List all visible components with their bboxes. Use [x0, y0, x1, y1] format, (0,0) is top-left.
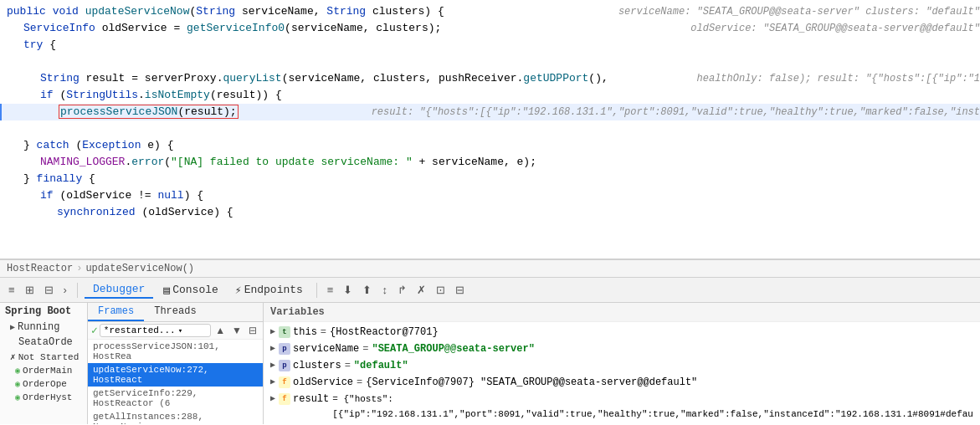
var-row-clusters: ▶ p clusters = "default" — [264, 357, 980, 374]
sidebar-seata[interactable]: SeataOrde — [0, 335, 87, 350]
var-row-this: ▶ t this = {HostReactor@7701} — [264, 324, 980, 341]
toolbar-btn-step-down[interactable]: ↕ — [378, 282, 391, 298]
code-text-l3: try { — [23, 37, 56, 54]
var-eq-oldservice: = — [357, 375, 362, 390]
toolbar-btn-grid3[interactable]: ⊟ — [452, 282, 468, 298]
frame-dropdown-arrow-icon: ▾ — [178, 326, 182, 335]
frame-item-2[interactable]: getServiceInfo:229, HostReactor (6 — [88, 387, 263, 410]
var-arrow-servicename[interactable]: ▶ — [270, 341, 275, 356]
var-name-oldservice: oldService — [293, 375, 353, 390]
var-arrow-clusters[interactable]: ▶ — [270, 358, 275, 373]
code-text-l13: synchronized (oldService) { — [57, 204, 233, 221]
sidebar-seata-label: SeataOrde — [18, 336, 73, 348]
sidebar-not-started: ✗ Not Started — [0, 350, 87, 364]
frames-toolbar: ✓ *restarted... ▾ ▲ ▼ ⊟ — [88, 322, 263, 340]
frame-item-1[interactable]: updateServiceNow:272, HostReact — [88, 363, 263, 387]
var-name-clusters: clusters — [293, 358, 341, 373]
var-icon-this: t — [279, 326, 290, 338]
debugger-toolbar: ≡ ⊞ ⊟ › Debugger ▤ Console ⚡ Endpoints ≡… — [0, 278, 980, 303]
toolbar-icon-more[interactable]: › — [60, 282, 70, 298]
code-line-l10: NAMING_LOGGER.error("[NA] failed to upda… — [0, 154, 980, 171]
running-arrow-icon: ▶ — [10, 322, 15, 332]
tab-endpoints[interactable]: ⚡ Endpoints — [228, 282, 310, 299]
toolbar-icon-grid[interactable]: ⊞ — [22, 282, 38, 298]
sidebar-orderope[interactable]: ◉ OrderOpe — [0, 377, 87, 391]
var-row-result: ▶ f result = {"hosts":[{"ip":"192.168.13… — [264, 391, 980, 422]
toolbar-btn-step[interactable]: ↱ — [394, 282, 410, 298]
var-val-result: = {"hosts":[{"ip":"192.168.131.1","port"… — [332, 392, 973, 422]
sidebar-orderope-label: OrderOpe — [23, 379, 67, 389]
code-text-l10: NAMING_LOGGER.error("[NA] failed to upda… — [40, 154, 536, 171]
frame-checkmark-icon: ✓ — [91, 324, 98, 337]
toolbar-btn-up-export[interactable]: ⬆ — [359, 282, 375, 298]
toolbar-icon-filter[interactable]: ⊟ — [41, 282, 57, 298]
code-line-l6: if (StringUtils.isNotEmpty(result)) { — [0, 87, 980, 104]
var-icon-p-servicename: p — [279, 343, 290, 355]
toolbar-icon-list[interactable]: ≡ — [5, 282, 18, 298]
toolbar-separator-2 — [316, 283, 317, 298]
code-text-l5: String result = serverProxy.queryList(se… — [40, 70, 608, 87]
toolbar-separator-1 — [77, 283, 78, 298]
code-line-l5: String result = serverProxy.queryList(se… — [0, 70, 980, 87]
code-hint-l1: serviceName: "SEATA_GROUP@@seata-server"… — [618, 3, 980, 20]
toolbar-btn-down[interactable]: ⬇ — [340, 282, 356, 298]
var-val-oldservice: {ServiceInfo@7907} "SEATA_GROUP@@seata-s… — [366, 375, 697, 390]
sidebar-ordermain[interactable]: ◉ OrderMain — [0, 364, 87, 377]
code-line-l8 — [0, 120, 980, 137]
frame-item-3[interactable]: getAllInstances:288, NacosNaming — [88, 410, 263, 424]
var-name-this: this — [293, 325, 317, 340]
variables-header: Variables — [264, 303, 980, 322]
var-arrow-result[interactable]: ▶ — [270, 392, 275, 407]
var-val-this: {HostReactor@7701} — [330, 325, 439, 340]
var-name-result: result — [293, 392, 329, 407]
tab-console[interactable]: ▤ Console — [156, 282, 224, 299]
not-started-icon: ✗ — [10, 351, 16, 362]
code-text-l11: } finally { — [23, 171, 95, 187]
frames-header: Frames Threads — [88, 303, 263, 322]
code-hint-l5: healthOnly: false); result: "{"hosts":[{… — [697, 70, 980, 87]
variables-content: ▶ t this = {HostReactor@7701} ▶ p servic… — [264, 322, 980, 424]
leaf-icon-orderhyst: ◉ — [15, 392, 20, 402]
code-text-l7: processServiceJSON(result); — [59, 104, 239, 120]
var-icon-p-clusters: p — [279, 360, 290, 371]
sidebar-spring-boot-label: Spring Boot — [0, 303, 87, 320]
var-icon-f-result: f — [279, 393, 290, 405]
sidebar-running-label: Running — [18, 321, 59, 333]
code-text-l6: if (StringUtils.isNotEmpty(result)) { — [40, 87, 282, 104]
breadcrumb-separator: › — [76, 263, 82, 274]
sidebar: Spring Boot ▶ Running SeataOrde ✗ Not St… — [0, 303, 88, 424]
breadcrumb-item-1: updateServiceNow() — [85, 263, 194, 274]
toolbar-btn-grid2[interactable]: ⊡ — [433, 282, 449, 298]
code-line-l13: synchronized (oldService) { — [0, 204, 980, 221]
frame-dropdown[interactable]: *restarted... ▾ — [100, 324, 211, 337]
var-row-oldservice: ▶ f oldService = {ServiceInfo@7907} "SEA… — [264, 374, 980, 391]
not-started-label: Not Started — [18, 352, 80, 362]
frame-nav-down[interactable]: ▼ — [229, 324, 244, 337]
frame-item-0[interactable]: processServiceJSON:101, HostRea — [88, 340, 263, 363]
code-line-l7: processServiceJSON(result);result: "{"ho… — [0, 104, 980, 120]
frame-filter[interactable]: ⊟ — [246, 324, 259, 337]
sidebar-running[interactable]: ▶ Running — [0, 320, 87, 335]
frame-nav-up[interactable]: ▲ — [213, 324, 228, 337]
toolbar-btn-stop[interactable]: ✗ — [413, 282, 429, 298]
tab-debugger[interactable]: Debugger — [85, 281, 153, 299]
tab-frames[interactable]: Frames — [88, 303, 144, 321]
var-arrow-oldservice[interactable]: ▶ — [270, 375, 275, 390]
sidebar-orderhyst[interactable]: ◉ OrderHyst — [0, 391, 87, 404]
var-val-servicename: "SEATA_GROUP@@seata-server" — [372, 341, 534, 356]
breadcrumb: HostReactor › updateServiceNow() — [0, 259, 980, 278]
code-text-l12: if (oldService != null) { — [40, 187, 203, 204]
code-line-l2: ServiceInfo oldService = getServiceInfo0… — [0, 20, 980, 37]
var-eq-servicename: = — [362, 341, 368, 356]
sidebar-ordermain-label: OrderMain — [23, 366, 72, 376]
endpoints-icon: ⚡ — [235, 284, 242, 297]
var-eq-clusters: = — [345, 358, 351, 373]
tab-threads[interactable]: Threads — [144, 303, 206, 321]
var-arrow-this[interactable]: ▶ — [270, 325, 275, 340]
toolbar-btn-align[interactable]: ≡ — [324, 282, 337, 298]
var-row-servicename: ▶ p serviceName = "SEATA_GROUP@@seata-se… — [264, 341, 980, 357]
code-line-l1: public void updateServiceNow(String serv… — [0, 3, 980, 20]
frames-panel: Frames Threads ✓ *restarted... ▾ ▲ ▼ ⊟ p… — [88, 303, 264, 424]
code-text-l2: ServiceInfo oldService = getServiceInfo0… — [23, 20, 441, 37]
console-icon: ▤ — [163, 284, 170, 297]
